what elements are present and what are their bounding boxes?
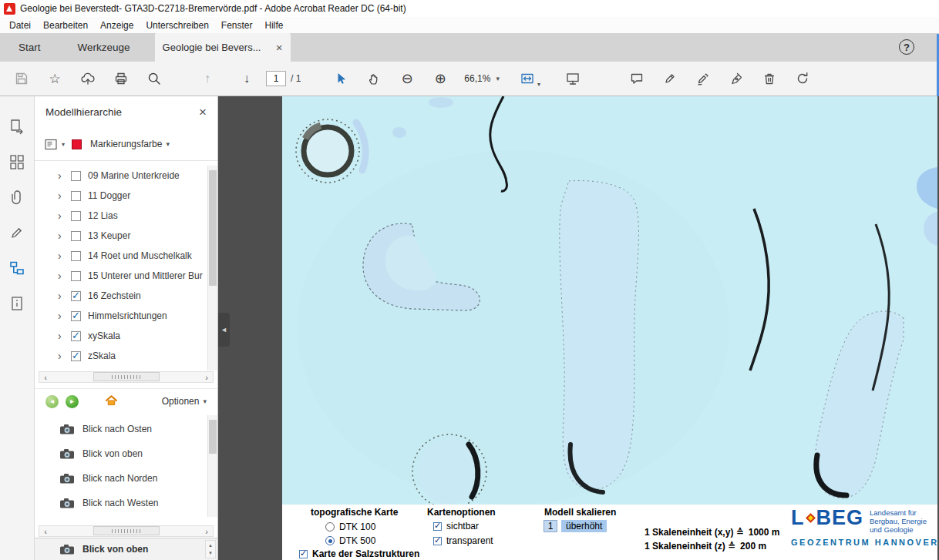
- zoom-in-button[interactable]: ⊕: [426, 67, 454, 90]
- expand-chevron-icon[interactable]: ›: [58, 251, 64, 260]
- share-cloud-button[interactable]: [74, 67, 102, 90]
- organize-pages-button[interactable]: [2, 144, 32, 179]
- checkbox-icon[interactable]: [299, 550, 308, 558]
- layer-checkbox[interactable]: [71, 311, 81, 321]
- panel-collapse-button[interactable]: ◄: [218, 313, 230, 347]
- rotate-button[interactable]: [789, 67, 816, 90]
- previous-view-button[interactable]: ◂: [45, 395, 59, 408]
- transparent-checkbox[interactable]: transparent: [433, 535, 493, 546]
- comment-button[interactable]: [623, 67, 651, 90]
- radio-icon[interactable]: [325, 522, 335, 531]
- expand-chevron-icon[interactable]: ›: [58, 211, 64, 220]
- layer-checkbox[interactable]: [71, 271, 81, 281]
- tree-item[interactable]: › 16 Zechstein: [35, 286, 217, 306]
- scroll-down-icon[interactable]: ▾: [209, 550, 212, 556]
- menu-bearbeiten[interactable]: Bearbeiten: [37, 17, 94, 33]
- menu-datei[interactable]: Datei: [3, 17, 37, 33]
- scrollbar-track[interactable]: [52, 526, 200, 536]
- view-item[interactable]: Blick nach Norden: [35, 466, 217, 491]
- menu-fenster[interactable]: Fenster: [215, 17, 259, 33]
- caret-down-icon[interactable]: ▾: [166, 140, 170, 148]
- tree-vertical-scrollbar[interactable]: [207, 166, 217, 371]
- page-display-button[interactable]: [559, 67, 587, 90]
- scale-mode-value[interactable]: überhöht: [561, 520, 607, 532]
- menu-hilfe[interactable]: Hilfe: [259, 17, 290, 33]
- previous-page-button[interactable]: ↑: [194, 67, 221, 90]
- layer-checkbox[interactable]: [71, 191, 81, 201]
- layer-checkbox[interactable]: [71, 211, 81, 221]
- select-tool-button[interactable]: [327, 67, 355, 90]
- scroll-left-icon[interactable]: ‹: [39, 373, 52, 382]
- page-number-input[interactable]: 1: [266, 71, 286, 86]
- tree-horizontal-scrollbar[interactable]: ‹ ›: [39, 371, 214, 383]
- next-view-button[interactable]: ▸: [66, 395, 79, 408]
- layer-checkbox[interactable]: [71, 331, 81, 341]
- expand-chevron-icon[interactable]: ›: [58, 311, 64, 320]
- options-list-icon[interactable]: [45, 139, 58, 150]
- marker-color-swatch[interactable]: [72, 139, 82, 149]
- geology-3d-view[interactable]: [282, 96, 937, 505]
- panel-close-icon[interactable]: ×: [199, 105, 207, 120]
- tab-document[interactable]: Geologie bei Bevers... ×: [155, 33, 291, 62]
- tab-start[interactable]: Start: [0, 33, 59, 62]
- model-tree-button[interactable]: [2, 250, 32, 286]
- views-vertical-scrollbar[interactable]: [207, 415, 217, 517]
- options-dropdown[interactable]: Optionen ▾: [162, 396, 207, 407]
- delete-button[interactable]: [756, 67, 783, 90]
- expand-chevron-icon[interactable]: ›: [58, 291, 64, 300]
- tree-item[interactable]: › 15 Unterer und Mittlerer Bur: [35, 266, 217, 286]
- next-page-button[interactable]: ↓: [233, 67, 261, 90]
- expand-chevron-icon[interactable]: ›: [58, 231, 64, 240]
- tree-item[interactable]: › zSkala: [35, 346, 217, 366]
- view-item[interactable]: Blick nach Westen: [35, 491, 217, 515]
- marquee-zoom-button[interactable]: [140, 67, 168, 90]
- salt-structures-checkbox[interactable]: Karte der Salzstrukturen: [299, 548, 419, 559]
- scrollbar-thumb[interactable]: [93, 526, 160, 535]
- fill-sign-button[interactable]: [722, 67, 750, 90]
- scroll-left-icon[interactable]: ‹: [39, 527, 52, 536]
- layer-checkbox[interactable]: [71, 291, 81, 301]
- mini-scrollbar[interactable]: ▴ ▾: [205, 540, 216, 558]
- tree-item[interactable]: › 11 Dogger: [35, 186, 217, 206]
- radio-dtk-100[interactable]: DTK 100: [325, 521, 375, 532]
- help-button[interactable]: ?: [899, 39, 914, 55]
- scale-value-input[interactable]: 1: [544, 520, 557, 532]
- radio-icon[interactable]: [325, 536, 335, 545]
- print-button[interactable]: [107, 67, 135, 90]
- scrollbar-thumb[interactable]: [93, 372, 160, 381]
- menu-anzeige[interactable]: Anzeige: [94, 17, 140, 33]
- export-pdf-button[interactable]: [2, 109, 32, 144]
- tree-item[interactable]: › Himmelsrichtungen: [35, 306, 217, 326]
- scrollbar-thumb[interactable]: [209, 170, 217, 286]
- menu-unterschreiben[interactable]: Unterschreiben: [140, 17, 214, 33]
- scroll-right-icon[interactable]: ›: [200, 527, 213, 536]
- visible-checkbox[interactable]: sichtbar: [433, 521, 479, 531]
- scrollbar-thumb[interactable]: [209, 420, 217, 454]
- scroll-right-icon[interactable]: ›: [200, 373, 213, 382]
- home-view-button[interactable]: [104, 394, 119, 409]
- highlight-button[interactable]: [656, 67, 684, 90]
- layer-checkbox[interactable]: [71, 351, 81, 361]
- tree-item[interactable]: › 14 Roet und Muschelkalk: [35, 246, 217, 266]
- scroll-up-icon[interactable]: ▴: [209, 542, 212, 548]
- checkbox-icon[interactable]: [433, 537, 442, 545]
- caret-down-icon[interactable]: ▾: [62, 141, 65, 148]
- expand-chevron-icon[interactable]: ›: [58, 271, 64, 280]
- zoom-level-select[interactable]: 66,1% ▾: [459, 67, 504, 90]
- view-item[interactable]: Blick von oben: [35, 441, 217, 466]
- checkbox-icon[interactable]: [433, 522, 442, 531]
- expand-chevron-icon[interactable]: ›: [58, 171, 64, 180]
- favorites-button[interactable]: ☆: [41, 67, 69, 90]
- views-horizontal-scrollbar[interactable]: ‹ ›: [39, 525, 214, 537]
- radio-dtk-500[interactable]: DTK 500: [325, 535, 375, 546]
- tab-werkzeuge[interactable]: Werkzeuge: [59, 33, 149, 62]
- sign-button[interactable]: [689, 67, 717, 90]
- layer-checkbox[interactable]: [71, 251, 81, 261]
- layer-checkbox[interactable]: [71, 231, 81, 241]
- tree-item[interactable]: › 12 Lias: [35, 206, 217, 226]
- zoom-out-button[interactable]: ⊖: [393, 67, 421, 90]
- expand-chevron-icon[interactable]: ›: [58, 331, 64, 340]
- tree-item[interactable]: › 09 Marine Unterkreide: [35, 166, 217, 186]
- view-item[interactable]: Blick nach Osten: [35, 417, 217, 441]
- expand-chevron-icon[interactable]: ›: [58, 351, 64, 360]
